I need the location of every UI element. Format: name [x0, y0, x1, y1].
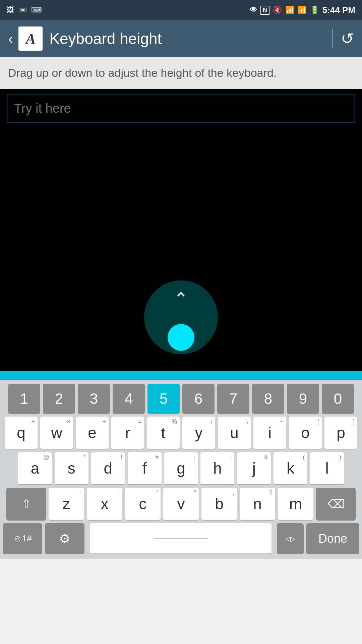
key-8[interactable]: 8 — [252, 384, 284, 414]
number-row: 1 2 3 4 5 6 7 8 9 0 — [0, 384, 362, 414]
chevron-up-icon: ⌃ — [174, 290, 188, 307]
description-text: Drag up or down to adjust the height of … — [0, 57, 362, 89]
key-3[interactable]: 3 — [78, 384, 110, 414]
image-icon: 🖼 — [7, 6, 14, 14]
key-z[interactable]: z- — [49, 488, 84, 521]
signal-icon: 📶 — [298, 6, 307, 14]
shift-key[interactable]: ⇧ — [6, 488, 46, 521]
key-p[interactable]: p] — [324, 417, 357, 449]
content-area: ⌃ — [0, 89, 362, 371]
page-title: Keyboard height — [49, 30, 324, 48]
key-4[interactable]: 4 — [113, 384, 145, 414]
try-input[interactable] — [7, 95, 355, 122]
key-m[interactable]: m — [278, 488, 313, 521]
key-u[interactable]: u\ — [218, 417, 251, 449]
key-5[interactable]: 5 — [147, 384, 180, 414]
key-n[interactable]: n? — [240, 488, 275, 521]
eye-icon: 👁 — [250, 6, 257, 14]
reset-button[interactable]: ↺ — [341, 30, 354, 48]
key-f[interactable]: f# — [128, 452, 162, 485]
app-icon: A — [18, 26, 43, 51]
zxcv-row: ⇧ z- x- c' v" b, n? m ⌫ — [0, 488, 362, 521]
key-w[interactable]: w× — [40, 417, 73, 449]
key-r[interactable]: r= — [111, 417, 144, 449]
key-6[interactable]: 6 — [182, 384, 215, 414]
input-container — [0, 89, 362, 128]
keyboard: 1 2 3 4 5 6 7 8 9 0 q+ w× e÷ r= t% y/ u\… — [0, 380, 362, 559]
period-key[interactable]: ◁▷ — [277, 523, 304, 554]
backspace-key[interactable]: ⌫ — [316, 488, 356, 521]
key-x[interactable]: x- — [87, 488, 122, 521]
key-c[interactable]: c' — [125, 488, 161, 521]
cyan-divider — [0, 371, 362, 380]
done-key[interactable]: Done — [306, 523, 359, 554]
drag-dot[interactable] — [168, 324, 194, 351]
status-time: 5:44 PM — [322, 5, 355, 15]
settings-key[interactable]: ⚙ — [45, 523, 84, 554]
key-q[interactable]: q+ — [5, 417, 38, 449]
status-bar: 🖼 📼 ⌨ 👁 N 🔇 📶 📶 🔋 5:44 PM — [0, 0, 362, 20]
key-2[interactable]: 2 — [43, 384, 75, 414]
vertical-divider — [332, 29, 333, 49]
cassette-icon: 📼 — [18, 6, 27, 14]
emoji-key[interactable]: ☺1# — [3, 523, 42, 554]
key-h[interactable]: h; — [200, 452, 234, 485]
key-y[interactable]: y/ — [182, 417, 215, 449]
key-k[interactable]: k( — [274, 452, 307, 485]
key-b[interactable]: b, — [201, 488, 237, 521]
key-s[interactable]: s* — [55, 452, 88, 485]
drag-handle-area[interactable]: ⌃ — [0, 304, 362, 371]
nfc-icon: N — [260, 6, 269, 15]
arrow-icons: ◁▷ — [285, 535, 295, 543]
key-j[interactable]: j& — [237, 452, 271, 485]
space-bar-line — [154, 538, 207, 539]
key-d[interactable]: d! — [91, 452, 125, 485]
status-right-icons: 👁 N 🔇 📶 📶 🔋 5:44 PM — [250, 5, 355, 15]
status-left-icons: 🖼 📼 ⌨ — [7, 6, 42, 14]
space-key[interactable] — [90, 523, 272, 554]
key-g[interactable]: g: — [164, 452, 198, 485]
key-7[interactable]: 7 — [217, 384, 249, 414]
battery-icon: 🔋 — [310, 6, 319, 14]
key-o[interactable]: o[ — [289, 417, 322, 449]
back-button[interactable]: ‹ — [8, 31, 13, 46]
app-icon-letter: A — [26, 30, 36, 47]
bottom-row: ☺1# ⚙ ◁▷ Done — [0, 523, 362, 559]
key-l[interactable]: l) — [310, 452, 344, 485]
key-9[interactable]: 9 — [287, 384, 319, 414]
keyboard-icon: ⌨ — [31, 6, 42, 14]
key-e[interactable]: e÷ — [76, 417, 109, 449]
app-bar: ‹ A Keyboard height ↺ — [0, 20, 362, 57]
key-v[interactable]: v" — [163, 488, 199, 521]
wifi-icon: 📶 — [285, 6, 294, 14]
key-t[interactable]: t% — [147, 417, 180, 449]
key-i[interactable]: i~ — [253, 417, 286, 449]
asdf-row: a@ s* d! f# g: h; j& k( l) — [0, 452, 362, 485]
key-0[interactable]: 0 — [322, 384, 354, 414]
key-a[interactable]: a@ — [18, 452, 52, 485]
key-1[interactable]: 1 — [8, 384, 40, 414]
mute-icon: 🔇 — [273, 6, 282, 14]
qwerty-row: q+ w× e÷ r= t% y/ u\ i~ o[ p] — [0, 417, 362, 449]
